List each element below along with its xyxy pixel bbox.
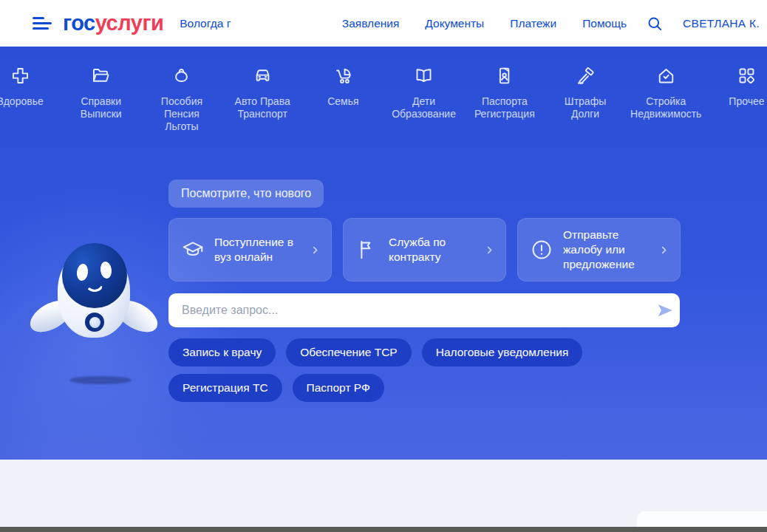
robot-face [62, 243, 127, 308]
card-university-admission[interactable]: Поступление в вуз онлайн [168, 218, 332, 282]
category-certificates[interactable]: СправкиВыписки [62, 66, 140, 133]
quick-chips: Запись к врачу Обеспечение ТСР Налоговые… [168, 338, 686, 402]
whats-new-button[interactable]: Посмотрите, что нового [168, 180, 324, 208]
search-input[interactable] [168, 304, 650, 317]
card-complaint[interactable]: Отправьте жалобу или предложение [517, 218, 681, 282]
category-realestate[interactable]: СтройкаНедвижимость [627, 66, 705, 133]
header-nav: Заявления Документы Платежи Помощь [342, 17, 627, 30]
category-education[interactable]: ДетиОбразование [385, 66, 463, 133]
menu-hamburger-icon[interactable] [33, 17, 52, 30]
bottom-strip [0, 527, 767, 532]
category-row: Здоровье СправкиВыписки ПособияПенсияЛьг… [0, 66, 767, 133]
category-benefits[interactable]: ПособияПенсияЛьготы [143, 66, 220, 133]
category-label: ДетиОбразование [392, 95, 456, 120]
nav-help[interactable]: Помощь [582, 17, 627, 30]
main-blue-section: Здоровье СправкиВыписки ПособияПенсияЛьг… [0, 47, 767, 460]
send-button[interactable] [650, 293, 680, 327]
category-label: Семья [327, 95, 358, 108]
category-passports[interactable]: ПаспортаРегистрация [466, 66, 543, 133]
category-auto[interactable]: Авто ПраваТранспорт [224, 66, 301, 133]
category-label: Авто ПраваТранспорт [235, 95, 290, 120]
category-family[interactable]: Семья [304, 66, 382, 133]
card-contract-service[interactable]: Служба по контракту [343, 218, 506, 282]
robot-chest-button [85, 313, 104, 332]
graduation-cap-icon [181, 238, 205, 262]
category-label: СправкиВыписки [81, 95, 122, 120]
car-icon [253, 66, 273, 86]
chip-passport-rf[interactable]: Паспорт РФ [293, 374, 384, 402]
category-label: ПаспортаРегистрация [474, 95, 535, 120]
id-card-icon [494, 66, 514, 86]
search-icon[interactable] [646, 15, 664, 33]
card-label: Поступление в вуз онлайн [214, 235, 306, 265]
flag-icon [355, 238, 379, 262]
nav-applications[interactable]: Заявления [342, 17, 400, 30]
top-header: госуслуги Вологда г Заявления Документы … [0, 0, 767, 47]
gavel-icon [576, 66, 596, 86]
nav-documents[interactable]: Документы [425, 17, 484, 30]
category-label: ШтрафыДолги [565, 95, 606, 120]
open-book-icon [414, 66, 434, 86]
robot-shadow [69, 376, 132, 384]
chip-tsr-provision[interactable]: Обеспечение ТСР [286, 338, 411, 366]
category-health[interactable]: Здоровье [0, 66, 59, 133]
category-label: Прочее [729, 95, 764, 108]
purse-icon [171, 66, 191, 86]
category-fines[interactable]: ШтрафыДолги [547, 66, 624, 133]
send-arrow-icon [655, 301, 675, 320]
robot-eye [100, 261, 113, 279]
assistant-robot-mascot [27, 231, 160, 394]
chip-doctor-appointment[interactable]: Запись к врачу [168, 338, 276, 366]
chevron-right-icon [483, 244, 496, 256]
health-cross-icon [10, 66, 30, 86]
promo-cards-row: Поступление в вуз онлайн Служба по контр… [168, 218, 681, 282]
robot-eye [76, 263, 89, 282]
category-label: Здоровье [0, 95, 44, 108]
user-name[interactable]: СВЕТЛАНА К. [683, 17, 760, 30]
chip-vehicle-registration[interactable]: Регистрация ТС [168, 374, 282, 402]
chevron-right-icon [658, 244, 670, 256]
logo-part-blue: гос [63, 11, 95, 35]
logo-part-red: услуги [95, 11, 164, 35]
exclamation-circle-icon [530, 238, 553, 262]
card-label: Отправьте жалобу или предложение [563, 228, 655, 272]
assistant-search-bar [168, 293, 680, 327]
corner-widget [637, 511, 767, 527]
grid-shapes-icon [737, 66, 757, 86]
category-other[interactable]: Прочее [708, 66, 767, 133]
house-check-icon [656, 66, 676, 86]
chip-tax-notifications[interactable]: Налоговые уведомления [422, 338, 583, 366]
stroller-icon [333, 66, 353, 86]
gosuslugi-logo[interactable]: госуслуги [63, 11, 163, 35]
folder-icon [91, 66, 111, 86]
category-label: ПособияПенсияЛьготы [161, 95, 202, 133]
category-label: СтройкаНедвижимость [630, 95, 701, 120]
location-selector[interactable]: Вологда г [180, 17, 231, 30]
card-label: Служба по контракту [389, 235, 480, 265]
robot-smile [85, 282, 104, 292]
nav-payments[interactable]: Платежи [510, 17, 556, 30]
chevron-right-icon [309, 244, 321, 256]
